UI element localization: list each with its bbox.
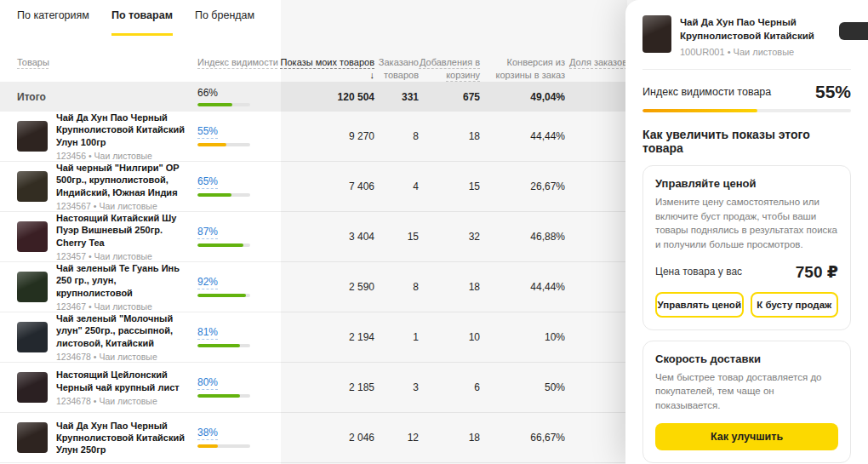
column-header-ordered[interactable]: Заказано товаров [374, 56, 419, 82]
visibility-link[interactable]: 87% [197, 226, 218, 238]
ordered-value: 8 [374, 281, 419, 293]
conversion-value: 10% [480, 331, 565, 343]
share-header-label[interactable]: Доля заказов [569, 57, 627, 67]
price-row: Цена товара у вас 750 ₽ [655, 262, 838, 282]
impressions-value: 2 185 [279, 381, 374, 393]
visibility-link[interactable]: 81% [197, 327, 218, 339]
column-header-impressions[interactable]: Показы моих товаров ↓ [279, 56, 374, 82]
visibility-link[interactable]: 38% [197, 427, 218, 439]
visibility-bar [197, 243, 250, 247]
price-card-text: Измените цену самостоятельно или включит… [655, 195, 838, 252]
product-cell: Чай зеленый "Молочный улун" 250гр., расс… [17, 312, 197, 362]
table-row[interactable]: Настоящий Китайский Шу Пуэр Вишневый 250… [0, 212, 627, 262]
product-cell: Чай зеленый Те Гуань Инь 250 гр., улун, … [17, 262, 197, 312]
improve-delivery-button[interactable]: Как улучшить [655, 423, 838, 450]
product-sku: 1234678 • Чаи листовые [56, 352, 187, 362]
delivery-card-text: Чем быстрее товар доставляется до покупа… [655, 370, 838, 413]
visibility-bar [197, 143, 250, 146]
price-card-title: Управляйте ценой [655, 177, 838, 190]
ordered-value: 15 [374, 231, 419, 243]
price-card: Управляйте ценой Измените цену самостоят… [642, 165, 851, 330]
column-header-products[interactable]: Товары [17, 56, 197, 69]
product-cell: Чай Да Хун Пао Черный Крупнолистовой Кит… [17, 112, 197, 161]
tab-by-brands[interactable]: По брендам [195, 9, 254, 36]
table-header-row: Товары Индекс видимости Показы моих това… [0, 46, 627, 82]
price-label: Цена товара у вас [655, 266, 742, 278]
visibility-cell: 81% [197, 327, 279, 347]
product-title: Чай зеленый Те Гуань Инь 250 гр., улун, … [56, 262, 187, 299]
conversion-header-label[interactable]: Конверсия из корзины в заказ [496, 57, 565, 80]
column-header-added[interactable]: Добавления в корзину [419, 56, 480, 82]
visibility-index-row: Индекс видимости товара 55% [642, 82, 851, 102]
product-thumbnail [17, 171, 48, 202]
manage-price-button[interactable]: Управлять ценой [655, 292, 744, 318]
tab-by-products[interactable]: По товарам [111, 9, 173, 36]
visibility-bar [197, 294, 250, 297]
total-conversion-value: 49,04% [480, 91, 565, 103]
product-thumbnail [17, 422, 48, 453]
table-row[interactable]: Чай зеленый "Молочный улун" 250гр., расс… [0, 312, 627, 363]
product-sku: 123467 • Чаи листовые [56, 301, 187, 312]
delivery-card-title: Скорость доставки [655, 352, 838, 365]
product-thumbnail [17, 121, 48, 152]
visibility-link[interactable]: 55% [197, 126, 218, 138]
visibility-progress-fill [642, 109, 757, 112]
added-value: 10 [419, 331, 480, 343]
product-thumbnail [17, 372, 48, 403]
price-value: 750 ₽ [796, 262, 838, 282]
added-header-label[interactable]: Добавления в корзину [420, 57, 480, 80]
total-added-value: 675 [419, 91, 480, 103]
table-total-row: Итого 66% 120 504 331 675 49,04% [0, 82, 627, 112]
visibility-link[interactable]: 65% [197, 176, 218, 188]
visibility-link[interactable]: 92% [197, 277, 218, 289]
added-value: 18 [419, 130, 480, 142]
boost-sales-button[interactable]: К бусту продаж [751, 292, 839, 318]
impressions-value: 2 046 [279, 432, 374, 444]
visibility-bar [197, 344, 250, 347]
panel-handle-button[interactable] [839, 22, 868, 40]
product-sku: 1234678 • Чаи листовые [56, 396, 187, 406]
product-cell: Чай черный "Нилгири" ОР 500гр., крупноли… [17, 162, 197, 211]
added-value: 6 [419, 381, 480, 393]
conversion-value: 50% [480, 381, 565, 393]
table-row[interactable]: Чай Да Хун Пао Черный Крупнолистовой Кит… [0, 413, 627, 463]
ordered-value: 4 [374, 180, 419, 192]
total-ordered-value: 331 [374, 91, 419, 103]
total-visibility-cell: 66% [197, 87, 279, 106]
visibility-header-label[interactable]: Индекс видимости [197, 57, 278, 67]
conversion-value: 44,44% [480, 130, 565, 142]
impressions-value: 2 590 [279, 281, 374, 293]
impressions-header-label[interactable]: Показы моих товаров [281, 57, 374, 67]
product-thumbnail [17, 322, 48, 352]
product-title: Чай черный "Нилгири" ОР 500гр., крупноли… [56, 162, 187, 198]
panel-section-title: Как увеличить показы этого товара [642, 128, 851, 155]
product-title: Чай Да Хун Пао Черный Крупнолистовой Кит… [56, 112, 187, 148]
column-header-visibility[interactable]: Индекс видимости [197, 56, 279, 69]
visibility-bar [197, 193, 250, 197]
table-row[interactable]: Чай черный "Нилгири" ОР 500гр., крупноли… [0, 162, 627, 212]
total-visibility-value: 66% [197, 87, 218, 99]
impressions-value: 3 404 [279, 231, 374, 243]
conversion-value: 66,67% [480, 432, 565, 444]
visibility-progress-bar [642, 109, 851, 112]
panel-product-thumbnail [642, 15, 671, 53]
added-value: 18 [419, 432, 480, 444]
product-cell: Настоящий Китайский Шу Пуэр Вишневый 250… [17, 212, 197, 261]
table-row[interactable]: Настоящий Цейлонский Черный чай крупный … [0, 363, 627, 413]
column-header-order-share[interactable]: Доля заказов [565, 56, 627, 69]
product-sku: 123457 • Чаи листовые [56, 251, 187, 261]
added-value: 15 [419, 180, 480, 192]
product-thumbnail [17, 221, 48, 252]
tab-by-categories[interactable]: По категориям [17, 9, 89, 36]
table-row[interactable]: Чай Да Хун Пао Черный Крупнолистовой Кит… [0, 112, 627, 162]
table-row[interactable]: Чай зеленый Те Гуань Инь 250 гр., улун, … [0, 262, 627, 312]
table-body: Чай Да Хун Пао Черный Крупнолистовой Кит… [0, 112, 627, 463]
conversion-value: 44,44% [480, 281, 565, 293]
conversion-value: 26,67% [480, 180, 565, 192]
ordered-value: 12 [374, 432, 419, 444]
visibility-link[interactable]: 80% [197, 377, 218, 389]
panel-product-header: Чай Да Хун Пао Черный Крупнолистовой Кит… [642, 15, 851, 57]
products-header-label[interactable]: Товары [17, 57, 49, 67]
column-header-conversion[interactable]: Конверсия из корзины в заказ [480, 56, 565, 82]
ordered-header-label[interactable]: Заказано товаров [379, 57, 419, 80]
